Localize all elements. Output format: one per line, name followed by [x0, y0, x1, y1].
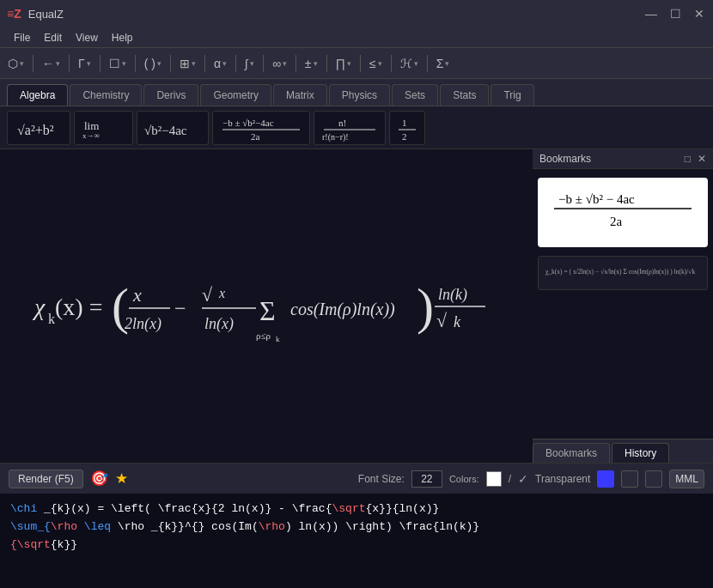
window-controls: — ☐ ✕ [644, 7, 706, 21]
bookmarks-title: Bookmarks [539, 153, 591, 165]
svg-text:n!: n! [338, 118, 346, 128]
formula-sqrt-sum[interactable]: √a²+b² [7, 111, 70, 145]
btab-bookmarks[interactable]: Bookmarks [533, 443, 610, 463]
tab-trig[interactable]: Trig [491, 84, 533, 106]
bookmark-mini-formula[interactable]: χ_k(x) = ( x/2ln(x) − √x/ln(x) Σ cos(Im(… [538, 256, 708, 290]
bookmarks-close-icon[interactable]: ✕ [698, 153, 706, 165]
toolbar-gamma[interactable]: Γ ▾ [74, 55, 95, 72]
align-left-btn[interactable] [597, 470, 614, 488]
tab-derivs[interactable]: Derivs [143, 84, 198, 106]
tab-physics[interactable]: Physics [329, 84, 390, 106]
svg-text:x: x [132, 284, 142, 306]
svg-text:−: − [174, 297, 186, 319]
toolbar-product[interactable]: ∏ ▾ [332, 55, 356, 72]
titlebar: ≡Z EqualZ — ☐ ✕ [0, 0, 713, 27]
tab-stats[interactable]: Stats [440, 84, 489, 106]
code-l1-mid: _{k}(x) = \left( \frac{x}{2 ln(x)} - \fr… [37, 502, 332, 515]
tab-algebra[interactable]: Algebra [7, 84, 68, 106]
menu-file[interactable]: File [7, 30, 37, 45]
formula-combo[interactable]: n! r!(n−r)! [314, 111, 386, 145]
maximize-button[interactable]: ☐ [668, 7, 682, 21]
transparent-label: Transparent [535, 473, 590, 485]
tabs: Algebra Chemistry Derivs Geometry Matrix… [0, 79, 713, 106]
toolbar-separator [170, 55, 171, 72]
toolbar-grid[interactable]: ⊞ ▾ [175, 55, 200, 72]
svg-text:√a²+b²: √a²+b² [17, 123, 54, 137]
minimize-button[interactable]: — [644, 7, 658, 21]
app-title: EqualZ [28, 8, 644, 21]
close-button[interactable]: ✕ [692, 7, 706, 21]
svg-text:lim: lim [84, 119, 99, 132]
toolbar-parens[interactable]: ( ) ▾ [140, 55, 166, 72]
svg-text:x: x [218, 286, 225, 300]
svg-text:(x) =: (x) = [55, 294, 102, 320]
formula-sqrt-disc[interactable]: √b²−4ac [137, 111, 209, 145]
formula-bar: √a²+b² lim x→∞ √b²−4ac −b ± √b²−4ac 2a n… [0, 106, 713, 149]
target-icon[interactable]: 🎯 [90, 470, 108, 488]
font-size-label: Font Size: [358, 473, 405, 485]
menu-edit[interactable]: Edit [37, 30, 69, 45]
color-swatch[interactable] [486, 471, 502, 487]
toolbar-leq[interactable]: ≤ ▾ [365, 55, 387, 72]
formula-limit[interactable]: lim x→∞ [74, 111, 133, 145]
bookmarks-minimize-icon[interactable]: □ [685, 153, 691, 165]
svg-text:1: 1 [402, 118, 407, 128]
svg-text:2ln(x): 2ln(x) [125, 315, 161, 333]
menubar: File Edit View Help [0, 27, 713, 48]
bookmark-main-formula[interactable]: −b ± √b² − 4ac 2a [538, 178, 708, 247]
code-chi: \chi [10, 502, 37, 515]
svg-text:χ: χ [32, 294, 46, 320]
toolbar-separator [69, 55, 70, 72]
code-area[interactable]: \chi _{k}(x) = \left( \frac{x}{2 ln(x)} … [0, 494, 713, 588]
font-size-input[interactable] [411, 470, 442, 488]
toolbar-plusminus[interactable]: ± ▾ [301, 55, 322, 72]
toolbar-separator [235, 55, 236, 72]
render-button[interactable]: Render (F5) [9, 470, 83, 488]
toolbar-alpha[interactable]: α ▾ [210, 55, 231, 72]
main-content: χ k (x) = ( x 2ln(x) − √ x ln(x) Σ ρ≤ρ k… [0, 149, 713, 463]
svg-text:Σ: Σ [259, 295, 276, 326]
toolbar-polygon[interactable]: ⬡ ▾ [3, 55, 28, 72]
code-l1-end: {x}}{ln(x)} [366, 502, 440, 515]
toolbar-separator [360, 55, 361, 72]
toolbar-infinity[interactable]: ∞ ▾ [268, 55, 291, 72]
btab-history[interactable]: History [612, 443, 669, 463]
app-logo: ≡Z [7, 7, 21, 21]
svg-text:k: k [454, 313, 461, 330]
checkmark-icon: ✓ [518, 472, 528, 486]
star-icon[interactable]: ★ [115, 470, 128, 488]
tab-matrix[interactable]: Matrix [273, 84, 327, 106]
svg-text:): ) [417, 278, 434, 335]
canvas-area[interactable]: χ k (x) = ( x 2ln(x) − √ x ln(x) Σ ρ≤ρ k… [0, 149, 533, 463]
toolbar-script[interactable]: ℋ ▾ [396, 55, 423, 72]
svg-text:cos(Im(ρ)ln(x)): cos(Im(ρ)ln(x)) [290, 300, 395, 319]
toolbar-separator [100, 55, 101, 72]
toolbar-arrow[interactable]: ← ▾ [38, 55, 64, 72]
formula-quadratic[interactable]: −b ± √b²−4ac 2a [212, 111, 310, 145]
toolbar-separator [204, 55, 205, 72]
toolbar-sigma[interactable]: Σ ▾ [432, 55, 454, 72]
code-l2-b: \rho _{k}}^{} cos(Im( [111, 520, 259, 533]
tab-sets[interactable]: Sets [392, 84, 438, 106]
menu-help[interactable]: Help [105, 30, 140, 45]
code-sqrt-1: \sqrt [332, 502, 365, 515]
toolbar-separator [135, 55, 136, 72]
toolbar-separator [427, 55, 428, 72]
toolbar-bracket[interactable]: ☐ ▾ [105, 55, 131, 72]
code-l3-end: {k}} [51, 538, 77, 551]
svg-text:√: √ [436, 310, 448, 331]
svg-text:ln(k): ln(k) [438, 286, 467, 304]
align-right-btn[interactable] [645, 470, 662, 488]
align-center-btn[interactable] [621, 470, 638, 488]
code-line-1: \chi _{k}(x) = \left( \frac{x}{2 ln(x)} … [10, 500, 703, 518]
toolbar-separator [326, 55, 327, 72]
svg-text:ln(x): ln(x) [204, 315, 234, 333]
tab-chemistry[interactable]: Chemistry [70, 84, 142, 106]
tab-geometry[interactable]: Geometry [200, 84, 271, 106]
svg-text:χ_k(x) = ( x/2ln(x) − √x/ln(x): χ_k(x) = ( x/2ln(x) − √x/ln(x) Σ cos(Im(… [545, 268, 695, 276]
svg-text:k: k [48, 312, 55, 326]
mml-button[interactable]: MML [669, 470, 704, 488]
menu-view[interactable]: View [69, 30, 105, 45]
toolbar-integral[interactable]: ∫ ▾ [241, 55, 259, 72]
formula-half[interactable]: 1 2 [389, 111, 425, 145]
